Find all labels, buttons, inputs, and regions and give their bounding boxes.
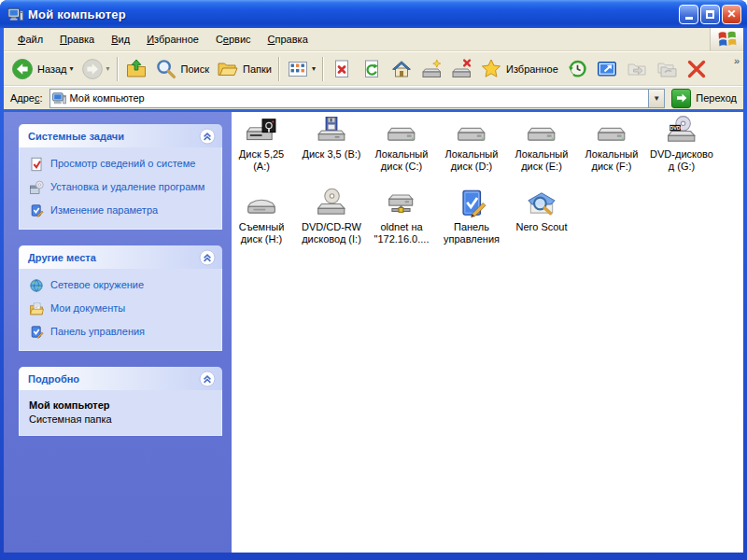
task-label: Просмотр сведений о системе [50,157,195,170]
back-button[interactable]: Назад▾ [7,54,78,83]
windows-logo-icon [717,29,738,49]
menu-item-справка[interactable]: Справка [260,31,317,48]
floppy525-icon [246,115,277,148]
folder-item[interactable]: oldnet на"172.16.0.... [368,188,435,245]
move-to-button [622,54,652,83]
views-icon [287,58,309,80]
chevron-down-icon[interactable]: ▾ [70,64,74,73]
views-button[interactable]: ▾ [283,54,319,83]
copy-to-icon [655,58,678,80]
control-panel-small-icon [29,325,45,340]
search-label: Поиск [181,63,209,75]
menu-item-файл[interactable]: Файл [9,31,51,48]
task-panel-2: ПодробноМой компьютерСистемная папка [19,367,222,436]
title-bar[interactable]: Мой компьютер ✕ [0,0,747,28]
delete-button[interactable] [682,54,712,83]
menu-item-правка[interactable]: Правка [51,31,103,48]
task-panel-0: Системные задачиПросмотр сведений о сист… [19,124,222,230]
item-label: Локальный [368,148,435,161]
chevron-down-icon[interactable]: ▾ [312,64,316,73]
panel-title: Системные задачи [28,131,199,142]
move-to-icon [626,58,648,80]
folder-item[interactable]: Панельуправления [438,188,505,245]
item-label: д (G:) [648,161,715,173]
panel-body-0: Просмотр сведений о системеУстановка и у… [19,147,222,230]
minimize-button[interactable] [679,5,698,24]
computer-icon [7,7,23,22]
go-label[interactable]: Переход [696,92,737,104]
go-button[interactable] [671,89,691,108]
favorites-button[interactable]: Избранное [476,54,562,83]
close-icon: ✕ [726,8,736,20]
folder-item[interactable]: Диск 3,5 (B:) [298,115,365,161]
nero-scout-icon [526,188,557,221]
task-link[interactable]: Установка и удаление программ [29,180,214,195]
windows-logo-box [710,28,743,50]
folder-item[interactable]: Диск 5,25(A:) [232,115,295,173]
panel-title: Другие места [28,252,199,263]
search-button[interactable]: Поиск [151,54,213,83]
folder-item[interactable]: Локальныйдиск (C:) [368,115,435,173]
go-arrow-icon [675,91,688,105]
favorites-icon [480,58,502,80]
item-label: DVD/CD-RW [298,221,365,233]
menu-item-вид[interactable]: Вид [103,31,138,48]
folder-item[interactable]: DVD/CD-RWдисковод (I:) [298,188,365,245]
address-value: Мой компьютер [70,92,649,104]
folder-item[interactable]: Локальныйдиск (E:) [508,115,575,173]
folder-view[interactable]: Диск 5,25(A:)Диск 3,5 (B:)Локальныйдиск … [232,112,743,553]
menu-item-сервис[interactable]: Сервис [207,31,260,48]
item-label: Панель [438,221,505,233]
item-label: диск (F:) [578,161,645,173]
chevron-down-icon[interactable]: ▾ [106,64,110,73]
chevron-up-icon[interactable] [199,371,216,387]
delete-document-button[interactable] [327,54,357,83]
fullscreen-button[interactable] [592,54,622,83]
menu-bar: ФайлПравкаВидИзбранноеСервисСправка [4,28,743,51]
explorer-window: Мой компьютер ✕ ФайлПравкаВидИзбранноеСе… [0,0,747,560]
folder-item[interactable]: Съемныйдиск (H:) [232,188,295,245]
panel-header-0[interactable]: Системные задачи [19,124,222,147]
copy-to-button [652,54,682,83]
folders-button[interactable]: Папки [213,54,275,83]
maximize-button[interactable] [700,5,720,24]
folder-item[interactable]: Локальныйдиск (F:) [578,115,645,173]
panel-header-1[interactable]: Другие места [19,245,222,269]
menu-item-избранное[interactable]: Избранное [138,31,207,48]
chevron-up-icon[interactable] [199,249,216,266]
item-label: управления [438,233,505,245]
details-name: Мой компьютер [29,399,214,411]
chevron-up-icon[interactable] [199,128,216,145]
hdd-icon [526,115,557,148]
item-label: DVD-дисково [648,148,715,161]
folder-item[interactable]: Nero Scout [508,188,575,233]
task-label: Сетевое окружение [50,278,144,291]
history-button[interactable] [562,54,592,83]
refresh-icon [360,58,383,80]
my-documents-icon [29,301,45,316]
refresh-button[interactable] [357,54,387,83]
close-button[interactable]: ✕ [722,5,741,24]
up-button[interactable] [121,54,151,83]
address-input[interactable]: Мой компьютер ▼ [49,89,666,108]
toolbar-overflow-chevron[interactable]: » [734,55,740,66]
task-link[interactable]: Изменение параметра [29,203,214,218]
task-link[interactable]: Мои документы [29,301,214,316]
toolbar-separator [278,57,280,81]
task-label: Изменение параметра [50,203,158,217]
home-button[interactable] [387,54,416,83]
hdd-icon [456,115,487,148]
item-label: Nero Scout [508,221,575,233]
task-link[interactable]: Сетевое окружение [29,278,214,293]
map-network-drive-button[interactable] [416,54,446,83]
task-link[interactable]: Панель управления [29,325,214,340]
item-label: Локальный [578,148,645,161]
task-link[interactable]: Просмотр сведений о системе [29,157,214,172]
disconnect-network-drive-button[interactable] [446,54,476,83]
history-icon [566,58,588,80]
folder-item[interactable]: DVDDVD-дисковод (G:) [648,115,715,173]
folder-item[interactable]: Локальныйдиск (D:) [438,115,505,173]
panel-header-2[interactable]: Подробно [19,367,222,390]
home-icon [390,58,413,80]
address-dropdown-button[interactable]: ▼ [648,90,664,107]
